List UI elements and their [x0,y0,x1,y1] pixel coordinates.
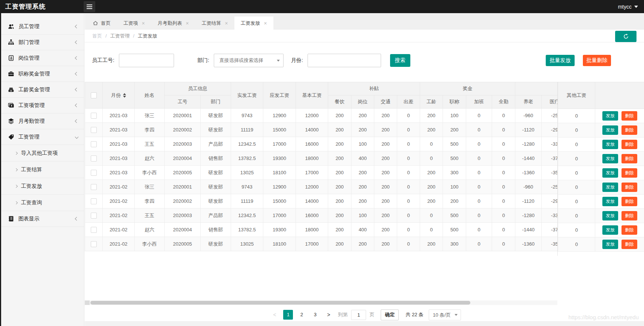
pay-button[interactable]: 发放 [602,125,618,135]
prev-page-button[interactable]: < [270,310,279,320]
department-label: 部门: [197,57,209,64]
row-checkbox[interactable] [91,227,97,233]
horizontal-scrollbar [85,300,557,305]
row-checkbox[interactable] [91,198,97,204]
sidebar-item-attendance-mgmt[interactable]: 月考勤管理 [0,113,84,129]
delete-button[interactable]: 删除 [621,111,637,121]
delete-button[interactable]: 删除 [621,125,637,135]
cell-payable: 17000 [263,137,296,151]
cell-trip: 0 [397,237,420,251]
refresh-button[interactable] [615,31,636,42]
tab-salary-settlement[interactable]: 工资结算 [195,17,234,30]
cell-name: 李四 [135,194,165,208]
table-row-fixed: 0发放删除 [558,223,644,237]
cell-fullatt: 0 [492,237,515,251]
pay-button[interactable]: 发放 [602,111,618,121]
cell-fullatt: 0 [492,151,515,166]
per-page-select[interactable]: 10 条/页 [429,309,461,320]
tab-home[interactable]: 首页 [86,17,117,30]
delete-button[interactable]: 删除 [621,168,637,178]
cell-payable: 17000 [263,208,296,223]
delete-button[interactable]: 删除 [621,197,637,206]
sidebar-toggle-button[interactable] [84,1,95,12]
table-row: 2021-03王五2020003产品部12342.517000160002001… [85,137,558,151]
col-header-overtime: 加班 [466,95,492,109]
month-sort-control[interactable] [123,93,126,98]
breadcrumb-salary-mgmt[interactable]: 工资管理 [110,33,130,39]
next-page-button[interactable]: > [324,310,333,320]
sidebar-item-department-mgmt[interactable]: 部门管理 [0,35,84,50]
delete-button[interactable]: 删除 [621,211,637,220]
sidebar-item-salary-mgmt[interactable]: 工资管理 [0,129,84,145]
sidebar-item-post-mgmt[interactable]: 岗位管理 [0,50,84,66]
row-checkbox[interactable] [91,170,97,176]
close-icon[interactable] [142,21,145,26]
batch-pay-button[interactable]: 批量发放 [546,55,575,66]
page-2-button[interactable]: 2 [297,310,306,320]
pay-button[interactable]: 发放 [602,240,618,249]
sidebar: 员工管理 部门管理 岗位管理 职称奖金管理 工龄奖金管理 工资项管理 [0,13,84,326]
delete-button[interactable]: 删除 [621,225,637,235]
chevron-left-icon [75,119,79,123]
employee-no-input[interactable] [119,54,174,67]
pay-button[interactable]: 发放 [602,140,618,149]
cell-meal: 200 [328,123,351,137]
cell-seniority: 200 [420,123,443,137]
breadcrumb-home[interactable]: 首页 [92,33,102,39]
close-icon[interactable] [264,21,267,26]
pay-button[interactable]: 发放 [602,197,618,206]
pay-button[interactable]: 发放 [602,225,618,235]
delete-button[interactable]: 删除 [621,140,637,149]
sidebar-subitem-salary-settlement[interactable]: 工资结算 [0,161,84,178]
bottom-strip [85,321,644,326]
tab-salary-items[interactable]: 工资项 [117,17,151,30]
sidebar-item-chart-display[interactable]: 图表显示 [0,211,84,227]
cell-traffic: 200 [374,194,397,208]
batch-delete-button[interactable]: 批量删除 [583,55,611,66]
pay-button[interactable]: 发放 [602,211,618,220]
sidebar-item-seniority-bonus-mgmt[interactable]: 工龄奖金管理 [0,82,84,98]
select-all-checkbox[interactable] [91,92,97,98]
cell-meal: 200 [328,180,351,194]
department-select[interactable]: 直接选择或搜索选择 [214,54,284,67]
row-checkbox[interactable] [91,141,97,147]
cell-actual: 13782.5 [231,223,263,237]
pay-button[interactable]: 发放 [602,183,618,192]
row-checkbox[interactable] [91,155,97,161]
cell-dept: 研发部 [201,180,231,194]
delete-button[interactable]: 删除 [621,183,637,192]
row-checkbox[interactable] [91,184,97,190]
select-caret-icon [455,314,458,316]
goto-page-input[interactable] [351,310,366,320]
search-button[interactable]: 搜索 [390,54,410,67]
delete-button[interactable]: 删除 [621,240,637,249]
sidebar-item-salary-item-mgmt[interactable]: 工资项管理 [0,98,84,113]
sidebar-item-title-bonus-mgmt[interactable]: 职称奖金管理 [0,66,84,82]
page-1-button[interactable]: 1 [283,310,293,320]
sidebar-item-employee-mgmt[interactable]: 员工管理 [0,19,84,35]
cell-title: 500 [443,208,466,223]
row-checkbox[interactable] [91,241,97,247]
page-3-button[interactable]: 3 [310,310,320,320]
sidebar-subitem-salary-query[interactable]: 工资查询 [0,195,84,211]
cell-empno: 2020003 [165,208,201,223]
sidebar-subitem-import-other-items[interactable]: 导入其他工资项 [0,145,84,161]
scrollbar-left-button[interactable] [85,300,90,305]
goto-confirm-button[interactable]: 确定 [381,309,399,320]
row-checkbox[interactable] [91,127,97,133]
sidebar-subitem-salary-payment[interactable]: 工资发放 [0,178,84,195]
pay-button[interactable]: 发放 [602,154,618,163]
tab-attendance-list[interactable]: 月考勤列表 [151,17,195,30]
close-icon[interactable] [186,21,189,26]
row-checkbox[interactable] [91,113,97,119]
row-actions-cell: 发放删除 [595,195,644,209]
scrollbar-thumb[interactable] [90,301,470,305]
month-input[interactable] [308,54,381,67]
row-checkbox[interactable] [91,213,97,219]
pay-button[interactable]: 发放 [602,168,618,178]
tab-salary-payment[interactable]: 工资发放 [234,17,273,30]
user-menu[interactable]: mtycc [618,0,638,13]
cell-overtime: 0 [466,151,492,166]
close-icon[interactable] [225,21,228,26]
delete-button[interactable]: 删除 [621,154,637,163]
